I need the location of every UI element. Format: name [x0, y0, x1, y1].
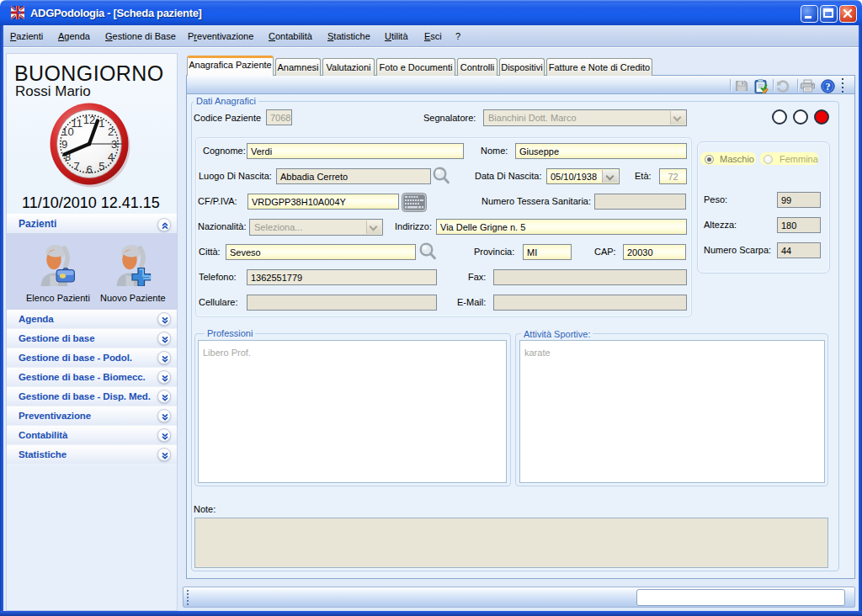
svg-text:7: 7 [74, 160, 80, 173]
svg-text:?: ? [826, 81, 831, 93]
svg-text:6: 6 [86, 163, 92, 176]
svg-text:2: 2 [108, 125, 114, 138]
svg-text:4: 4 [108, 151, 114, 163]
svg-text:12: 12 [83, 114, 95, 126]
svg-text:5: 5 [98, 160, 104, 173]
svg-text:9: 9 [61, 138, 67, 151]
svg-text:11: 11 [71, 117, 82, 130]
svg-text:1: 1 [98, 117, 104, 130]
